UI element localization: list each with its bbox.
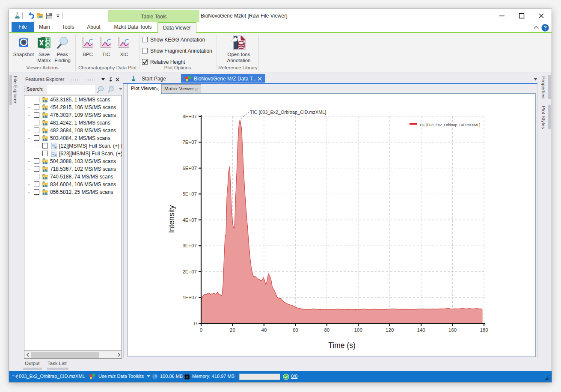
svg-text:0: 0	[194, 321, 197, 326]
svg-text:40: 40	[261, 327, 267, 333]
svg-text:8E+07: 8E+07	[182, 114, 197, 119]
svg-text:120: 120	[386, 327, 394, 333]
svg-text:2E+07: 2E+07	[182, 269, 197, 274]
svg-text:4E+07: 4E+07	[182, 217, 197, 223]
svg-text:80: 80	[324, 327, 329, 333]
svg-text:5E+07: 5E+07	[182, 191, 197, 196]
svg-text:60: 60	[293, 327, 298, 333]
svg-text:6E+07: 6E+07	[182, 166, 197, 171]
svg-text:0: 0	[200, 327, 202, 333]
svg-text:20: 20	[230, 327, 235, 333]
svg-text:Intensity: Intensity	[167, 205, 176, 233]
svg-text:180: 180	[480, 327, 488, 333]
svg-text:TIC [003_Ex2_Orbitrap_CID.mzXM: TIC [003_Ex2_Orbitrap_CID.mzXML]	[250, 110, 326, 115]
svg-text:3E+07: 3E+07	[182, 243, 197, 248]
svg-text:160: 160	[448, 327, 457, 333]
svg-text:TIC [003_Ex2_Orbitrap_CID.mzXM: TIC [003_Ex2_Orbitrap_CID.mzXML]	[419, 123, 480, 127]
svg-text:1E+07: 1E+07	[182, 295, 197, 300]
svg-text:140: 140	[417, 327, 425, 333]
svg-text:Time (s): Time (s)	[328, 341, 356, 350]
svg-text:7E+07: 7E+07	[182, 140, 197, 145]
svg-text:?: ?	[543, 25, 547, 31]
svg-text:100: 100	[354, 327, 362, 333]
